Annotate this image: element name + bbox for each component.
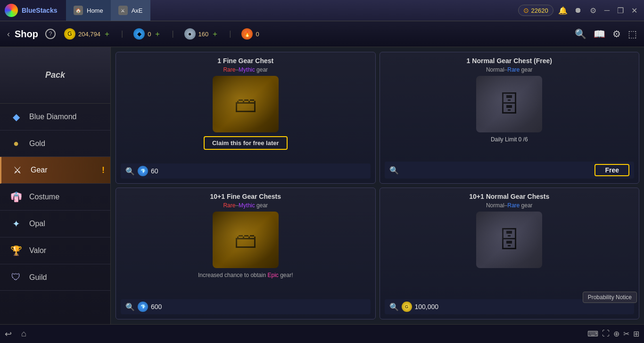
sidebar-item-valor[interactable]: 🏆 Valor (0, 237, 110, 264)
bottom-bar: ↩ ⌂ ⌨ ⛶ ⊕ ✂ ⊞ (0, 324, 644, 343)
rare-text: Rare (223, 66, 235, 73)
daily-limit-label: Daily Limit 0 /6 (491, 136, 528, 143)
exit-icon[interactable]: ⬚ (628, 28, 637, 40)
fine-gear-chest-image: 🗃 (213, 76, 279, 132)
coin-icon: ⊙ (523, 7, 529, 14)
gold-currency-icon: G (64, 28, 75, 40)
home-tab-label: Home (87, 7, 103, 14)
notification-icon[interactable]: 🔔 (557, 6, 569, 15)
claim-free-later-button[interactable]: Claim this for free later (204, 136, 288, 150)
shop-title: Shop (15, 29, 38, 40)
normal-gear-10-price: 100,000 (415, 303, 439, 310)
normal-text2: Normal (486, 66, 504, 73)
scissors-icon[interactable]: ✂ (623, 329, 629, 338)
location-icon[interactable]: ⊕ (613, 329, 619, 338)
normal-gear-10-search-icon[interactable]: 🔍 (389, 302, 399, 311)
gold-icon-sidebar: ● (9, 138, 23, 149)
gray-gem-icon: ● (184, 28, 196, 40)
record-icon[interactable]: ⏺ (572, 6, 584, 15)
epic-chance-label: Increased chance to obtain Epic gear! (198, 272, 293, 278)
rarity-tail: gear (255, 66, 268, 73)
fine-gear-chests-10-footer: 🔍 💎 600 (121, 299, 371, 314)
coins-badge: ⊙ 22620 (518, 5, 553, 16)
fine-gear-chest-rarity: Rare–Mythic gear (223, 66, 268, 73)
sidebar-item-gear-label: Gear (31, 166, 48, 174)
back-nav-icon[interactable]: ↩ (5, 329, 12, 339)
expand-icon[interactable]: ⛶ (602, 329, 610, 338)
blue-gem-value: 0 (148, 31, 151, 38)
bluestacks-logo: BlueStacks (0, 0, 66, 21)
search-top-icon[interactable]: 🔍 (575, 28, 586, 40)
sidebar: Pack ◆ Blue Diamond ● Gold ⚔ Gear ! 👘 Co… (0, 47, 111, 324)
help-button[interactable]: ? (45, 29, 56, 39)
fine-gear-10-search-icon[interactable]: 🔍 (125, 302, 135, 311)
fire-currency-icon: 🔥 (241, 28, 253, 40)
gear-notif-dot: ! (102, 165, 105, 175)
sidebar-item-costume[interactable]: 👘 Costume (0, 184, 110, 211)
gray-gem-add-button[interactable]: ＋ (211, 29, 219, 39)
restore-button[interactable]: ❐ (615, 6, 626, 15)
sidebar-item-opal[interactable]: ✦ Opal (0, 211, 110, 237)
normal-gear-chests-10-image: 🗄 (476, 212, 542, 268)
currency-gray-gem-group: ● 160 ＋ (181, 28, 223, 40)
gear-icon-sidebar: ⚔ (11, 164, 24, 176)
normal-gear-search-icon[interactable]: 🔍 (389, 166, 399, 175)
coins-value: 22620 (531, 7, 548, 14)
sidebar-item-gold-label: Gold (29, 139, 45, 148)
normal-gear-chest-image: 🗄 (476, 76, 542, 132)
fine-gear-chest-title: 1 Fine Gear Chest (217, 57, 273, 65)
settings-icon[interactable]: ⚙ (587, 6, 599, 15)
game-tab[interactable]: ⚔ AxE (111, 0, 150, 21)
mythic-text: Mythic (239, 66, 255, 73)
bluestacks-gem-icon (5, 4, 18, 17)
sidebar-item-guild-label: Guild (29, 273, 47, 282)
book-icon[interactable]: 📖 (594, 28, 605, 40)
sidebar-item-gear[interactable]: ⚔ Gear ! (0, 157, 110, 184)
normal-gear-chest-rarity: Normal–Rare gear (486, 66, 533, 73)
home-nav-icon[interactable]: ⌂ (21, 329, 26, 339)
normal-gear-chests-10-title: 10+1 Normal Gear Chests (469, 193, 549, 200)
probability-notice-button[interactable]: Probability Notice (583, 292, 637, 303)
close-button[interactable]: ✕ (629, 6, 639, 15)
axe-game-icon: ⚔ (118, 6, 128, 15)
fire-value: 0 (256, 31, 259, 38)
minimize-button[interactable]: ─ (603, 6, 611, 15)
normal-gear-chest-card: 1 Normal Gear Chest (Free) Normal–Rare g… (380, 52, 640, 184)
keyboard-icon[interactable]: ⌨ (587, 329, 598, 338)
normal-gear-chest-footer: 🔍 Free (385, 162, 635, 179)
home-tab[interactable]: 🏠 Home (66, 0, 111, 21)
blue-gem-add-button[interactable]: ＋ (154, 29, 161, 39)
bottom-left: ↩ ⌂ (5, 329, 26, 339)
home-icon: 🏠 (74, 6, 83, 15)
blue-diamond-icon: ◆ (9, 111, 23, 122)
rare2-text: Rare (507, 66, 520, 73)
valor-icon: 🏆 (9, 245, 23, 256)
title-bar: BlueStacks 🏠 Home ⚔ AxE ⊙ 22620 🔔 ⏺ ⚙ ─ … (0, 0, 644, 21)
back-button[interactable]: ‹ (7, 29, 10, 39)
sidebar-item-blue-diamond[interactable]: ◆ Blue Diamond (0, 104, 110, 131)
fine-gear-chests-10-card: 10+1 Fine Gear Chests Rare–Mythic gear 🗃… (116, 188, 376, 319)
blue-gem-icon: ◆ (133, 28, 145, 40)
app-area: ‹ Shop ? G 204,794 ＋ | ◆ 0 ＋ | ● 160 ＋ |… (0, 21, 644, 343)
gold-add-button[interactable]: ＋ (103, 29, 111, 39)
fine-gear-10-price: 600 (151, 303, 162, 310)
bottom-right: ⌨ ⛶ ⊕ ✂ ⊞ (587, 329, 639, 338)
gear-top-icon[interactable]: ⚙ (612, 28, 621, 40)
gray-gem-value: 160 (198, 31, 209, 38)
fine-gear-chest-footer: 🔍 💎 60 (121, 163, 371, 179)
normal-gear-chest-title: 1 Normal Gear Chest (Free) (467, 57, 552, 65)
sidebar-item-gold[interactable]: ● Gold (0, 131, 110, 157)
free-button[interactable]: Free (594, 164, 629, 176)
sidebar-item-blue-diamond-label: Blue Diamond (29, 113, 77, 121)
top-bar: ‹ Shop ? G 204,794 ＋ | ◆ 0 ＋ | ● 160 ＋ |… (0, 21, 644, 47)
sidebar-item-costume-label: Costume (29, 193, 59, 201)
sidebar-item-guild[interactable]: 🛡 Guild (0, 264, 110, 291)
content-area: Pack ◆ Blue Diamond ● Gold ⚔ Gear ! 👘 Co… (0, 47, 644, 324)
normal-gear-10-gold-icon: G (402, 302, 412, 312)
fine-gear-price: 60 (151, 167, 158, 175)
title-bar-left: BlueStacks 🏠 Home ⚔ AxE (0, 0, 150, 21)
copy-icon[interactable]: ⊞ (633, 329, 639, 338)
gold-value: 204,794 (78, 31, 100, 38)
fine-gear-search-icon[interactable]: 🔍 (125, 167, 135, 176)
fine-gear-chest-card: 1 Fine Gear Chest Rare–Mythic gear 🗃 Cla… (116, 52, 376, 184)
